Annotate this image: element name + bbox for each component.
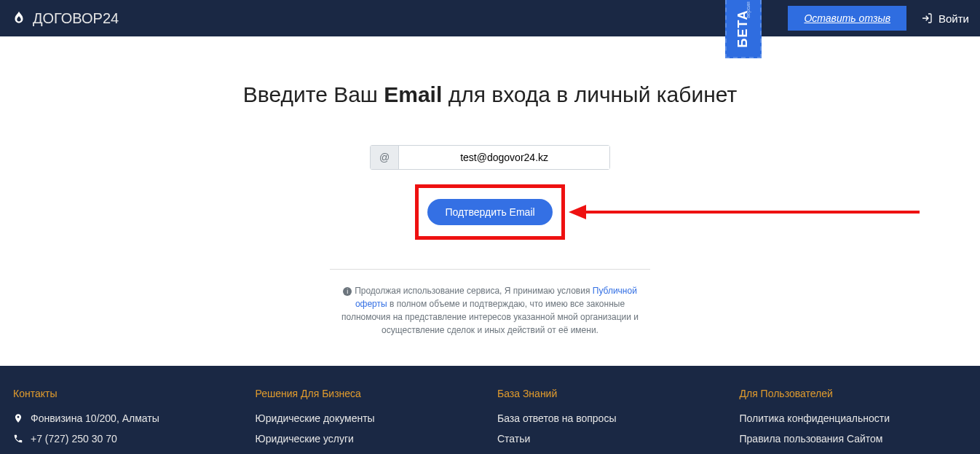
phone-text: +7 (727) 250 30 70: [31, 433, 117, 445]
footer-address: Фонвизина 10/200, Алматы: [13, 412, 241, 424]
email-input-group: @: [370, 145, 610, 170]
phone-icon: [13, 434, 23, 444]
confirm-email-button[interactable]: Подтвердить Email: [427, 199, 552, 225]
beta-sublabel: версия: [746, 1, 751, 18]
annotation-arrow: [569, 205, 920, 219]
footer-link[interactable]: Статьи: [497, 433, 725, 445]
header: ДОГОВОР24 БЕТА версия Оставить отзыв Вой…: [0, 0, 980, 36]
footer-heading-solutions: Решения Для Бизнеса: [256, 388, 483, 399]
footer-contacts: Контакты Фонвизина 10/200, Алматы +7 (72…: [13, 388, 241, 454]
footer-phone: +7 (727) 250 30 70: [13, 433, 241, 445]
footer-users: Для Пользователей Политика конфиденциаль…: [740, 388, 968, 454]
disclaimer-text-1: Продолжая использование сервиса, Я прини…: [355, 286, 593, 296]
feedback-link[interactable]: Оставить отзыв: [804, 12, 890, 24]
logo-text: ДОГОВОР24: [33, 10, 119, 27]
email-form: @ Подтвердить Email: [15, 145, 965, 240]
footer-heading-users: Для Пользователей: [740, 388, 968, 399]
email-input[interactable]: [399, 146, 609, 169]
address-text: Фонвизина 10/200, Алматы: [31, 412, 159, 424]
at-icon: @: [371, 146, 399, 169]
login-icon: [921, 12, 933, 24]
title-pre: Введите Ваш: [243, 82, 384, 106]
title-post: для входа в личный кабинет: [442, 82, 737, 106]
disclaimer: iПродолжая использование сервиса, Я прин…: [330, 269, 650, 337]
arrow-head-icon: [569, 205, 586, 219]
login-link[interactable]: Войти: [921, 12, 969, 25]
header-right: Оставить отзыв Войти: [788, 6, 969, 31]
main-content: Введите Ваш Email для входа в личный каб…: [0, 36, 980, 366]
footer-link[interactable]: Юридические документы: [256, 412, 483, 424]
footer-solutions: Решения Для Бизнеса Юридические документ…: [256, 388, 483, 454]
footer: Контакты Фонвизина 10/200, Алматы +7 (72…: [0, 366, 980, 454]
flame-icon: [11, 10, 27, 26]
beta-badge: БЕТА версия: [725, 0, 762, 58]
footer-heading-contacts: Контакты: [13, 388, 241, 399]
footer-link[interactable]: Политика конфиденциальности: [740, 412, 968, 424]
page-title: Введите Ваш Email для входа в личный каб…: [15, 80, 965, 109]
footer-link[interactable]: Юридические услуги: [256, 433, 483, 445]
info-icon: i: [343, 287, 352, 296]
footer-heading-knowledge: База Знаний: [497, 388, 725, 399]
arrow-line: [585, 211, 920, 214]
login-label: Войти: [938, 12, 969, 25]
footer-link[interactable]: База ответов на вопросы: [497, 412, 725, 424]
logo[interactable]: ДОГОВОР24: [11, 10, 119, 27]
map-pin-icon: [13, 413, 23, 423]
footer-link[interactable]: Правила пользования Сайтом: [740, 433, 968, 445]
title-bold: Email: [384, 82, 442, 106]
footer-knowledge: База Знаний База ответов на вопросы Стат…: [497, 388, 725, 454]
feedback-box: Оставить отзыв: [788, 6, 906, 31]
highlight-box: Подтвердить Email: [415, 184, 564, 240]
